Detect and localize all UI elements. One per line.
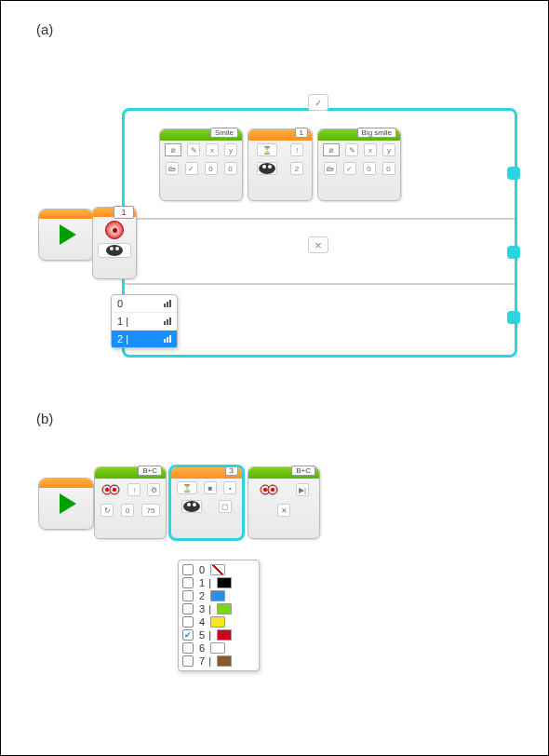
dropdown-option[interactable]: 3| xyxy=(182,603,255,614)
motor-icon xyxy=(100,481,121,498)
dropdown-option-selected[interactable]: ✔5| xyxy=(182,629,255,641)
lcd-icon: ⎚ xyxy=(323,143,340,156)
option-label: 0 xyxy=(199,564,205,575)
param-cell[interactable]: x xyxy=(206,143,219,156)
param-cell[interactable]: 0 xyxy=(382,162,395,175)
sensor-mode-cell[interactable] xyxy=(98,243,131,258)
mode-cell[interactable] xyxy=(181,500,202,513)
dropdown-option[interactable]: 6 xyxy=(182,642,255,654)
param-cell[interactable]: 0 xyxy=(363,162,376,175)
dropdown-option[interactable]: 1| xyxy=(182,577,255,588)
eye-icon xyxy=(106,245,123,256)
param-cell[interactable]: ✓ xyxy=(185,162,198,175)
param-cell[interactable]: ✎ xyxy=(345,143,358,156)
lane-separator xyxy=(125,218,515,220)
option-label: 7 xyxy=(199,655,205,667)
param-cell[interactable]: 🗁 xyxy=(324,162,337,175)
figure-label-a: (a) xyxy=(36,21,53,37)
param-cell[interactable]: 🗁 xyxy=(166,162,179,175)
start-block[interactable] xyxy=(38,478,94,530)
param-cell[interactable]: 0 xyxy=(205,162,218,175)
color-swatch-none xyxy=(210,564,225,575)
option-label: 3 xyxy=(199,603,205,614)
start-block[interactable] xyxy=(38,209,94,261)
display-block[interactable]: Smile ⎚ ✎ x y 🗁 ✓ 0 0 xyxy=(159,128,243,201)
block-title[interactable]: 3 xyxy=(225,466,238,476)
param-cell[interactable]: ↻ xyxy=(100,504,114,517)
checkbox-checked[interactable]: ✔ xyxy=(182,629,194,641)
color-swatch xyxy=(217,629,232,641)
switch-false-tab[interactable] xyxy=(308,236,328,253)
option-label: 2 xyxy=(199,590,205,601)
option-label: 6 xyxy=(199,642,205,654)
wait-block[interactable]: 1 ⏳ ! 2 xyxy=(248,128,313,201)
checkbox[interactable] xyxy=(182,655,194,667)
dropdown-option[interactable]: 0 xyxy=(112,295,177,313)
option-label: 1 xyxy=(199,577,205,588)
dropdown-option[interactable]: 7| xyxy=(182,655,255,667)
eye-icon xyxy=(183,501,200,512)
pressed-icon xyxy=(164,317,171,325)
mode-cell[interactable] xyxy=(257,162,277,175)
switch-true-tab[interactable] xyxy=(308,94,328,111)
color-swatch xyxy=(210,590,225,601)
move-stop-block[interactable]: B+C ▶| ✕ xyxy=(248,466,320,539)
param-cell[interactable]: x xyxy=(364,143,377,156)
checkbox[interactable] xyxy=(182,577,194,588)
block-title[interactable]: 1 xyxy=(295,128,308,138)
checkbox[interactable] xyxy=(182,616,194,628)
sequence-end xyxy=(507,167,520,180)
sequence-end xyxy=(507,311,520,324)
play-icon xyxy=(60,493,76,514)
lane-separator xyxy=(125,283,515,285)
color-swatch xyxy=(210,616,225,628)
param-cell[interactable]: 2 xyxy=(290,162,303,175)
param-cell[interactable]: ✓ xyxy=(343,162,356,175)
option-label: 4 xyxy=(199,616,205,628)
port-label[interactable]: 1 xyxy=(114,206,134,219)
eye-icon xyxy=(259,163,275,174)
param-cell[interactable]: ■ xyxy=(204,481,217,494)
param-cell[interactable]: ✕ xyxy=(277,504,290,517)
dropdown-option[interactable]: 1 | xyxy=(112,313,177,331)
dropdown-option[interactable]: 2 xyxy=(182,590,255,601)
checkbox[interactable] xyxy=(182,603,194,614)
block-title[interactable]: B+C xyxy=(291,466,315,476)
bumped-icon xyxy=(164,335,171,343)
motor-icon xyxy=(259,481,279,498)
checkbox[interactable] xyxy=(182,642,194,654)
svg-point-3 xyxy=(113,488,116,492)
param-cell[interactable]: ▶| xyxy=(296,483,309,496)
param-cell[interactable]: 0 xyxy=(121,504,134,517)
sequence-end xyxy=(507,246,520,259)
move-steering-block[interactable]: B+C ↑ ⚙ ↻ 0 75 xyxy=(94,466,167,539)
touch-sensor-icon xyxy=(105,221,124,239)
param-cell[interactable]: ✎ xyxy=(187,143,200,156)
dropdown-option[interactable]: 4 xyxy=(182,616,255,628)
color-swatch xyxy=(217,655,232,667)
param-cell[interactable]: ⚙ xyxy=(147,483,160,496)
touch-sensor-switch-block[interactable]: 1 xyxy=(92,207,137,279)
color-select-dropdown[interactable]: 0 1| 2 3| 4 ✔5| 6 7| xyxy=(178,560,260,671)
dropdown-option-selected[interactable]: 2 | xyxy=(112,331,177,347)
svg-point-6 xyxy=(263,488,267,492)
option-label: 0 xyxy=(117,298,123,309)
param-cell[interactable]: y xyxy=(224,143,237,156)
wait-color-block[interactable]: 3 ⏳ ■ • ▢ xyxy=(170,466,243,539)
dropdown-option[interactable]: 0 xyxy=(182,564,255,575)
checkbox[interactable] xyxy=(182,590,194,601)
block-title[interactable]: B+C xyxy=(138,466,162,476)
param-cell[interactable]: ↑ xyxy=(127,483,141,496)
param-cell[interactable]: ! xyxy=(290,143,303,156)
param-cell[interactable]: ▢ xyxy=(219,500,232,513)
touch-state-dropdown[interactable]: 0 1 | 2 | xyxy=(111,294,178,348)
param-cell[interactable]: 0 xyxy=(224,162,237,175)
checkbox[interactable] xyxy=(182,564,194,575)
play-icon xyxy=(60,224,76,245)
param-cell[interactable]: 75 xyxy=(141,504,160,517)
param-cell[interactable]: • xyxy=(223,481,236,494)
param-cell[interactable]: y xyxy=(382,143,395,156)
block-title[interactable]: Smile xyxy=(210,128,238,138)
display-block[interactable]: Big smile ⎚ ✎ x y 🗁 ✓ 0 0 xyxy=(317,128,401,201)
block-title[interactable]: Big smile xyxy=(357,128,396,138)
